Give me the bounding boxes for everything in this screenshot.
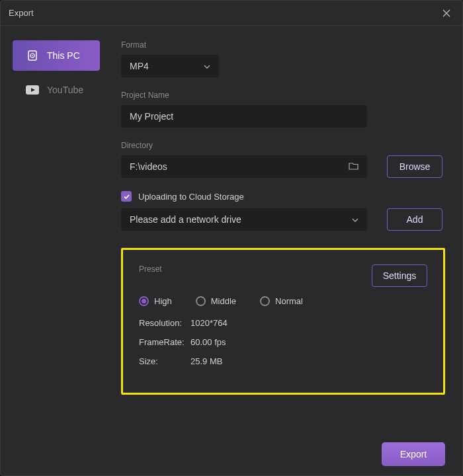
resolution-label: Resolution:	[139, 318, 190, 328]
sidebar: This PC YouTube	[1, 26, 106, 433]
settings-button[interactable]: Settings	[372, 264, 427, 287]
format-value: MP4	[130, 61, 149, 71]
radio-label: Normal	[275, 296, 303, 306]
upload-checkbox-label: Uploading to Cloud Storage	[138, 192, 244, 202]
project-name-input[interactable]: My Project	[121, 105, 367, 128]
size-label: Size:	[139, 356, 190, 366]
project-name-value: My Project	[130, 111, 173, 122]
preset-radio-high[interactable]: High	[139, 296, 172, 306]
titlebar: Export	[1, 1, 462, 26]
resolution-row: Resolution: 1020*764	[139, 318, 427, 328]
radio-icon	[196, 296, 206, 306]
radio-label: High	[154, 296, 172, 306]
preset-radio-group: High Middle Normal	[139, 296, 427, 306]
svg-point-2	[32, 55, 33, 56]
add-button[interactable]: Add	[387, 208, 442, 231]
disk-icon	[26, 49, 39, 62]
upload-checkbox[interactable]	[121, 191, 132, 202]
network-drive-placeholder: Please add a network drive	[130, 214, 241, 225]
framerate-value: 60.00 fps	[190, 337, 226, 347]
radio-icon	[139, 296, 149, 306]
sidebar-item-label: YouTube	[47, 85, 83, 95]
directory-input[interactable]: F:\videos	[121, 155, 367, 178]
network-drive-select[interactable]: Please add a network drive	[121, 208, 367, 231]
youtube-icon	[26, 83, 39, 97]
preset-section: Preset Settings High Middle Normal	[121, 248, 445, 395]
sidebar-item-this-pc[interactable]: This PC	[13, 40, 100, 71]
main-panel: Format MP4 Project Name My Project Direc…	[106, 26, 462, 433]
dialog-body: This PC YouTube Format MP4 Pro	[1, 26, 462, 433]
size-row: Size: 25.9 MB	[139, 356, 427, 366]
export-dialog: Export This PC YouTube Format	[0, 0, 463, 476]
radio-label: Middle	[211, 296, 236, 306]
sidebar-item-youtube[interactable]: YouTube	[13, 75, 100, 105]
browse-button[interactable]: Browse	[387, 155, 442, 178]
chevron-down-icon	[204, 62, 210, 70]
project-name-label: Project Name	[121, 91, 445, 100]
framerate-label: FrameRate:	[139, 337, 190, 347]
preset-radio-middle[interactable]: Middle	[196, 296, 236, 306]
radio-icon	[260, 296, 270, 306]
resolution-value: 1020*764	[190, 318, 228, 328]
directory-value: F:\videos	[130, 161, 167, 172]
dialog-footer: Export	[1, 433, 462, 475]
directory-label: Directory	[121, 141, 445, 150]
format-label: Format	[121, 40, 445, 50]
size-value: 25.9 MB	[190, 356, 222, 366]
sidebar-item-label: This PC	[47, 50, 80, 61]
folder-icon	[349, 161, 358, 172]
window-title: Export	[9, 8, 34, 18]
export-button[interactable]: Export	[382, 442, 445, 466]
chevron-down-icon	[352, 216, 358, 223]
preset-radio-normal[interactable]: Normal	[260, 296, 303, 306]
preset-label: Preset	[139, 264, 162, 274]
close-icon[interactable]	[439, 5, 454, 21]
framerate-row: FrameRate: 60.00 fps	[139, 337, 427, 347]
format-select[interactable]: MP4	[121, 55, 219, 77]
